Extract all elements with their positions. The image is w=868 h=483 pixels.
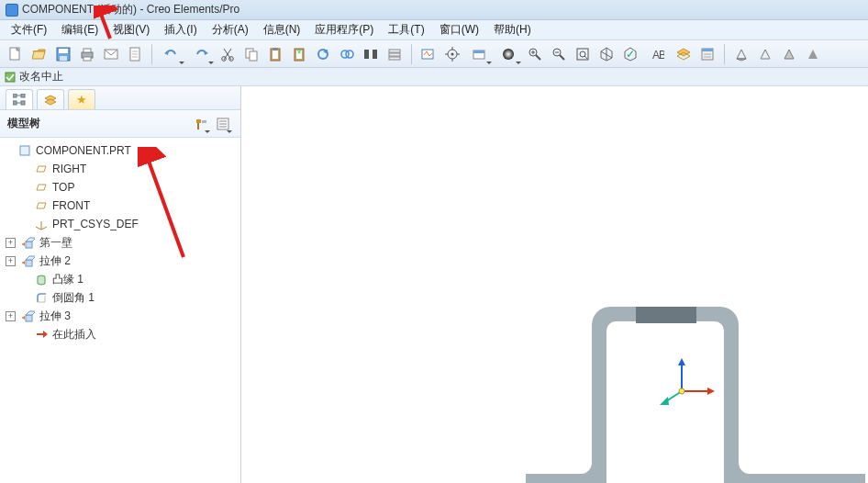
menu-app[interactable]: 应用程序(P) [307, 20, 381, 39]
cut-button[interactable] [217, 43, 239, 65]
named-view-button[interactable] [465, 43, 493, 65]
svg-rect-33 [389, 50, 400, 52]
status-text: 改名中止 [19, 69, 63, 84]
menu-file[interactable]: 文件(F) [4, 20, 54, 39]
svg-marker-94 [37, 203, 46, 208]
toolbar-separator [151, 44, 152, 64]
copy-button[interactable] [240, 43, 262, 65]
tree-label: 拉伸 2 [39, 253, 71, 269]
svg-rect-106 [26, 315, 32, 321]
menu-analyze[interactable]: 分析(A) [205, 20, 256, 39]
extrude-icon [21, 235, 36, 250]
menubar: 文件(F) 编辑(E) 视图(V) 插入(I) 分析(A) 信息(N) 应用程序… [0, 20, 868, 40]
menu-tools[interactable]: 工具(T) [381, 20, 431, 39]
email-button[interactable] [100, 43, 122, 65]
appearance-button[interactable] [495, 43, 522, 65]
tab-favorite[interactable]: ★ [68, 89, 95, 109]
tree-row[interactable]: COMPONENT.PRT [0, 141, 240, 160]
tab-model-tree[interactable] [6, 89, 33, 109]
layers-button[interactable] [673, 43, 695, 65]
tree-row[interactable]: +第一壁 [0, 233, 240, 252]
tree-header-label: 模型树 [7, 116, 40, 131]
svg-point-30 [346, 51, 353, 58]
view-manager-button[interactable] [696, 43, 718, 65]
tree-row[interactable]: 凸缘 1 [0, 270, 240, 288]
toolbar-separator [724, 44, 725, 64]
expander-plus[interactable]: + [6, 238, 16, 248]
page-button[interactable] [124, 43, 146, 65]
tree-row[interactable]: +拉伸 3 [0, 307, 240, 325]
paste-button[interactable] [264, 43, 286, 65]
display-hidden-button[interactable] [754, 43, 776, 65]
new-button[interactable] [5, 43, 27, 65]
display-shaded-button[interactable] [802, 43, 824, 65]
tree-row[interactable]: 在此插入 [0, 325, 240, 343]
tree-row[interactable]: RIGHT [0, 160, 240, 178]
expander-plus[interactable]: + [6, 256, 16, 266]
tree-header: 模型树 [0, 110, 240, 138]
tab-folder[interactable] [37, 89, 64, 109]
print-button[interactable] [76, 43, 98, 65]
display-wireframe-button[interactable] [730, 43, 752, 65]
svg-rect-53 [577, 49, 588, 60]
svg-marker-83 [45, 99, 56, 105]
menu-view[interactable]: 视图(V) [106, 20, 157, 39]
insert-here-icon [34, 327, 49, 342]
regenerate-all-button[interactable] [336, 43, 358, 65]
tree-row[interactable]: PRT_CSYS_DEF [0, 215, 240, 233]
menu-edit[interactable]: 编辑(E) [54, 20, 106, 39]
datum-plane-icon [34, 162, 49, 176]
window-title: COMPONENT (活动的) - Creo Elements/Pro [22, 2, 239, 17]
info-icon [4, 71, 17, 84]
find-button[interactable] [360, 43, 382, 65]
display-nohidden-button[interactable] [778, 43, 800, 65]
svg-rect-43 [473, 51, 484, 59]
undo-button[interactable] [158, 43, 185, 65]
repaint-button[interactable] [417, 43, 440, 65]
graphics-viewport[interactable] [241, 86, 868, 483]
zoom-in-button[interactable] [524, 43, 546, 65]
svg-marker-64 [677, 52, 690, 60]
svg-rect-80 [21, 94, 25, 97]
chevron-down-icon [516, 62, 521, 64]
annotate-button[interactable]: AB [643, 43, 671, 65]
svg-marker-93 [37, 185, 46, 190]
model-tree[interactable]: COMPONENT.PRT RIGHT TOP FRONT PRT_CSYS_D… [0, 138, 240, 483]
svg-marker-107 [26, 311, 35, 315]
zoom-fit-button[interactable] [572, 43, 594, 65]
tree-label: 在此插入 [52, 327, 96, 343]
paste-special-button[interactable]: * [288, 43, 310, 65]
saved-orient-button[interactable]: ✓ [619, 43, 641, 65]
open-button[interactable] [28, 43, 50, 65]
menu-window[interactable]: 窗口(W) [432, 20, 486, 39]
menu-insert[interactable]: 插入(I) [157, 20, 204, 39]
tree-show-button[interactable] [213, 114, 233, 134]
menu-help[interactable]: 帮助(H) [486, 20, 539, 39]
tree-label: 第一壁 [39, 235, 72, 251]
orient-button[interactable] [595, 43, 618, 65]
select-filter-button[interactable] [384, 43, 406, 65]
svg-text:✓: ✓ [626, 48, 635, 61]
svg-rect-7 [83, 57, 91, 61]
zoom-out-button[interactable] [548, 43, 570, 65]
svg-rect-4 [60, 56, 67, 61]
tree-row[interactable]: +拉伸 2 [0, 252, 240, 270]
tree-row[interactable]: FRONT [0, 197, 240, 215]
svg-point-46 [529, 49, 537, 56]
svg-rect-24 [295, 49, 304, 61]
chevron-down-icon [486, 62, 492, 64]
expander-plus[interactable]: + [6, 311, 16, 321]
redo-button[interactable] [187, 43, 215, 65]
tree-row[interactable]: TOP [0, 178, 240, 197]
svg-line-51 [560, 55, 564, 60]
svg-marker-63 [677, 49, 690, 56]
regenerate-button[interactable] [312, 43, 334, 65]
svg-line-55 [584, 56, 587, 59]
save-button[interactable] [52, 43, 74, 65]
panel-tab-row: ★ [0, 86, 240, 110]
svg-marker-59 [625, 48, 636, 61]
menu-info[interactable]: 信息(N) [256, 20, 308, 39]
tree-row[interactable]: 倒圆角 1 [0, 288, 240, 307]
spin-center-button[interactable] [441, 43, 463, 65]
tree-settings-button[interactable] [191, 114, 211, 134]
